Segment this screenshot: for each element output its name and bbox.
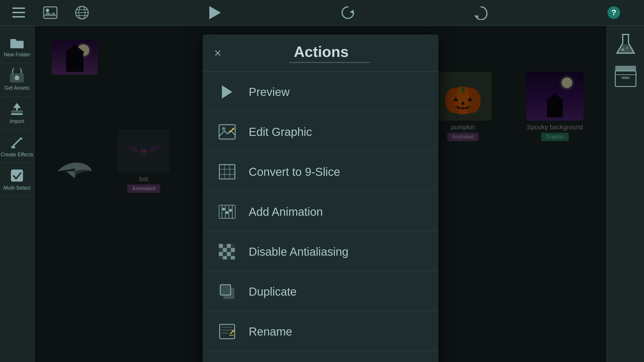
svg-rect-62 xyxy=(227,256,231,259)
svg-rect-18 xyxy=(11,113,23,115)
archive-icon[interactable] xyxy=(613,63,639,89)
modal-item-move-to-folder[interactable]: Move To Folder xyxy=(203,352,438,362)
svg-rect-52 xyxy=(219,248,223,252)
main-layout: New Folder Get Assets Impor xyxy=(0,26,644,362)
svg-rect-51 xyxy=(231,244,235,248)
modal-title-underline xyxy=(290,62,370,63)
sidebar-label-new-folder: New Folder xyxy=(4,52,30,58)
svg-rect-60 xyxy=(219,256,223,259)
flask-icon[interactable] xyxy=(613,32,639,57)
svg-rect-54 xyxy=(227,248,231,252)
svg-point-32 xyxy=(222,127,225,130)
modal-item-preview[interactable]: Preview xyxy=(203,72,438,112)
get-assets-icon xyxy=(10,68,24,83)
right-panel xyxy=(607,26,644,362)
modal-item-duplicate[interactable]: Duplicate xyxy=(203,272,438,312)
svg-rect-22 xyxy=(11,147,15,148)
svg-text:?: ? xyxy=(611,8,616,17)
svg-rect-35 xyxy=(219,165,235,179)
svg-rect-3 xyxy=(44,7,57,18)
image-icon[interactable] xyxy=(40,3,60,23)
modal-item-convert-9slice[interactable]: Convert to 9-Slice xyxy=(203,152,438,192)
sidebar-label-get-assets: Get Assets xyxy=(4,85,29,91)
svg-rect-61 xyxy=(223,256,227,259)
modal-label-convert-9slice: Convert to 9-Slice xyxy=(249,165,340,178)
modal-label-preview: Preview xyxy=(249,86,290,99)
sidebar-item-create-effects[interactable]: Create Effects xyxy=(0,130,34,163)
svg-marker-19 xyxy=(13,103,21,108)
svg-rect-58 xyxy=(227,252,231,256)
modal-label-edit-graphic: Edit Graphic xyxy=(249,126,312,138)
content-area: bat Animated × Actions xyxy=(34,26,607,362)
svg-rect-17 xyxy=(11,110,23,113)
svg-rect-2 xyxy=(12,16,25,18)
preview-icon xyxy=(217,82,237,102)
actions-modal: × Actions Preview xyxy=(203,34,438,362)
multi-select-icon xyxy=(10,168,24,183)
svg-rect-57 xyxy=(223,252,227,256)
svg-point-91 xyxy=(626,47,628,49)
svg-point-47 xyxy=(229,209,232,212)
sidebar-item-import[interactable]: Import xyxy=(0,97,34,130)
sidebar-item-multi-select[interactable]: Multi-Select xyxy=(0,163,34,197)
convert-9slice-icon xyxy=(217,162,237,182)
svg-rect-31 xyxy=(219,125,235,139)
svg-rect-59 xyxy=(231,252,235,256)
svg-rect-92 xyxy=(615,66,636,71)
modal-close-button[interactable]: × xyxy=(214,47,221,59)
modal-item-disable-antialiasing[interactable]: Disable Antialiasing xyxy=(203,232,438,272)
svg-marker-30 xyxy=(222,85,232,99)
modal-label-duplicate: Duplicate xyxy=(249,285,297,298)
svg-point-16 xyxy=(15,76,19,80)
disable-antialiasing-icon xyxy=(217,242,237,262)
svg-point-4 xyxy=(46,9,49,12)
modal-item-add-animation[interactable]: Add Animation xyxy=(203,192,438,232)
modal-item-edit-graphic[interactable]: Edit Graphic xyxy=(203,112,438,152)
modal-title: Actions xyxy=(233,43,410,60)
sidebar-label-multi-select: Multi-Select xyxy=(3,185,30,191)
svg-rect-20 xyxy=(16,108,18,110)
help-icon[interactable]: ? xyxy=(604,3,624,23)
add-animation-icon xyxy=(217,202,237,222)
svg-rect-50 xyxy=(227,244,231,248)
refresh-icon[interactable] xyxy=(338,3,358,23)
svg-rect-55 xyxy=(231,248,235,252)
new-folder-icon xyxy=(10,37,24,49)
sidebar-label-create-effects: Create Effects xyxy=(1,152,33,158)
svg-point-45 xyxy=(222,208,225,211)
svg-point-46 xyxy=(226,211,229,214)
svg-rect-53 xyxy=(223,248,227,252)
svg-marker-11 xyxy=(350,10,354,14)
svg-rect-65 xyxy=(220,285,231,295)
svg-rect-95 xyxy=(622,77,630,79)
toolbar: ? xyxy=(0,0,644,26)
play-icon[interactable] xyxy=(205,3,225,23)
globe-icon[interactable] xyxy=(72,3,92,23)
create-effects-icon xyxy=(10,135,24,149)
import-icon xyxy=(10,102,24,116)
modal-item-rename[interactable]: Rename xyxy=(203,312,438,352)
sidebar-item-get-assets[interactable]: Get Assets xyxy=(0,63,34,97)
svg-rect-24 xyxy=(11,170,23,182)
modal-label-disable-antialiasing: Disable Antialiasing xyxy=(249,245,348,258)
svg-line-21 xyxy=(13,138,21,147)
svg-rect-56 xyxy=(219,252,223,256)
menu-icon[interactable] xyxy=(9,3,29,23)
reload-icon[interactable] xyxy=(471,3,491,23)
svg-rect-0 xyxy=(12,7,25,9)
modal-label-add-animation: Add Animation xyxy=(249,205,323,218)
svg-point-90 xyxy=(621,48,624,51)
rename-icon xyxy=(217,321,237,342)
svg-rect-1 xyxy=(12,12,25,13)
svg-marker-10 xyxy=(209,6,221,19)
modal-label-rename: Rename xyxy=(249,325,292,338)
edit-graphic-icon xyxy=(217,122,237,142)
svg-rect-48 xyxy=(219,244,223,248)
svg-rect-63 xyxy=(231,256,235,259)
svg-marker-12 xyxy=(474,15,479,19)
modal-header: × Actions xyxy=(203,34,438,72)
left-sidebar: New Folder Get Assets Impor xyxy=(0,26,34,362)
duplicate-icon xyxy=(217,282,237,302)
svg-rect-49 xyxy=(223,244,227,248)
sidebar-item-new-folder[interactable]: New Folder xyxy=(0,32,34,63)
